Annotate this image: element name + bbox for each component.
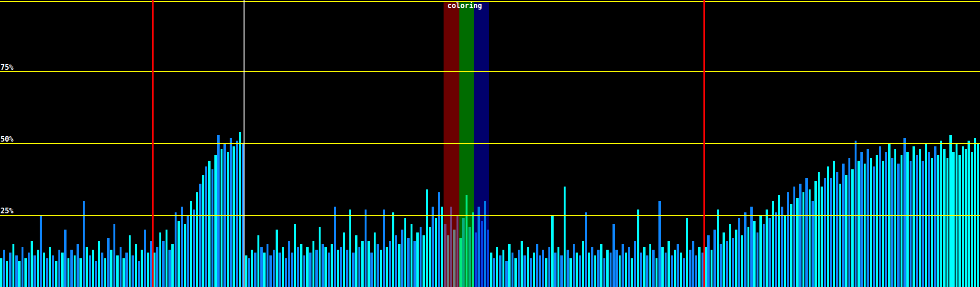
coloring-label: coloring [447, 2, 482, 10]
y-tick-label-25: 25% [0, 207, 13, 215]
histogram-panel: 75% 50% 25% coloring [0, 0, 980, 287]
y-tick-label-75: 75% [0, 64, 13, 71]
labels-layer: 75% 50% 25% coloring [0, 0, 980, 287]
y-tick-label-50: 50% [0, 135, 13, 143]
